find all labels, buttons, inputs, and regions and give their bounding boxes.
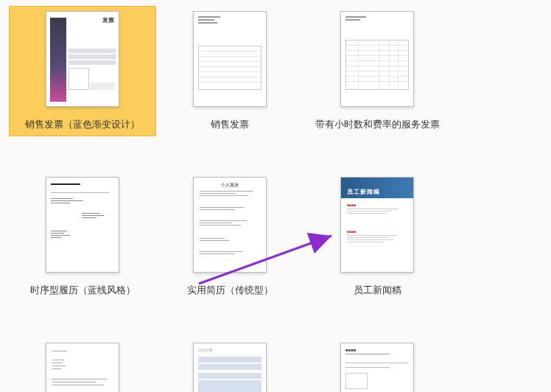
template-label: 带有小时数和费率的服务发票 — [315, 119, 440, 131]
thumb-title: 发票 — [102, 16, 114, 24]
thumb-title: 个人简历 — [194, 182, 266, 189]
template-memo[interactable] — [9, 337, 156, 392]
template-report[interactable]: ■■■■ — [303, 337, 451, 392]
template-label: 销售发票（蓝色渐变设计） — [25, 119, 140, 131]
template-thumbnail: 会议纪要 — [193, 343, 267, 392]
template-practical-resume-traditional[interactable]: 个人简历 实用简历（传统型） — [156, 172, 303, 302]
template-thumbnail: 个人简历 — [193, 177, 267, 273]
template-chronological-resume-blueline[interactable]: 时序型履历（蓝线风格） — [9, 172, 156, 302]
template-label: 实用简历（传统型） — [187, 284, 273, 297]
template-thumbnail — [46, 177, 119, 273]
template-thumbnail: 发票 — [46, 11, 119, 107]
template-thumbnail — [193, 11, 267, 107]
template-thumbnail — [340, 11, 414, 107]
template-employee-newsletter[interactable]: 员工新闻稿 ■■■■ ■■■■ 员工新闻稿 — [303, 172, 451, 302]
template-sales-invoice[interactable]: 销售发票 — [156, 6, 303, 136]
template-thumbnail: ■■■■ — [340, 343, 414, 392]
thumb-title: 员工新闻稿 — [347, 188, 380, 196]
template-sales-invoice-blue-gradient[interactable]: 发票 销售发票（蓝色渐变设计） — [9, 6, 156, 136]
template-grid: 发票 销售发票（蓝色渐变设计） 销售发票 带有小时数和费率的服务发票 — [0, 0, 551, 392]
template-thumbnail: 员工新闻稿 ■■■■ ■■■■ — [340, 177, 414, 273]
template-label: 销售发票 — [211, 119, 249, 131]
template-meeting-minutes[interactable]: 会议纪要 — [156, 337, 303, 392]
template-label: 时序型履历（蓝线风格） — [30, 284, 136, 297]
thumb-title: 会议纪要 — [198, 348, 213, 352]
template-service-invoice-hours-rates[interactable]: 带有小时数和费率的服务发票 — [303, 6, 451, 136]
template-thumbnail — [46, 343, 119, 392]
template-label: 员工新闻稿 — [354, 284, 401, 297]
